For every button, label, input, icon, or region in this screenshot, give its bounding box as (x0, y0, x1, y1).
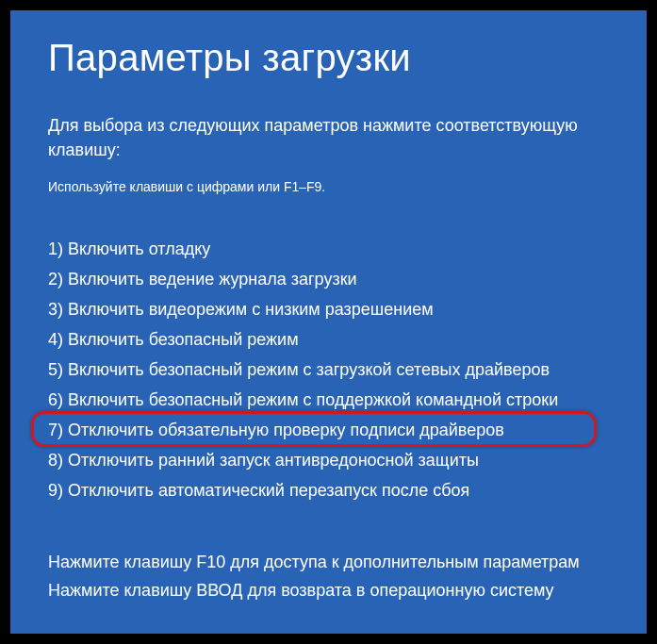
option-8[interactable]: 8) Отключить ранний запуск антивредоносн… (48, 445, 609, 475)
option-1[interactable]: 1) Включить отладку (48, 234, 609, 264)
options-list: 1) Включить отладку 2) Включить ведение … (48, 234, 609, 505)
option-2[interactable]: 2) Включить ведение журнала загрузки (48, 264, 609, 294)
option-5[interactable]: 5) Включить безопасный режим с загрузкой… (48, 355, 609, 385)
option-9[interactable]: 9) Отключить автоматический перезапуск п… (48, 475, 609, 505)
footer-instructions: Нажмите клавишу F10 для доступа к дополн… (48, 548, 609, 605)
option-7-label: 7) Отключить обязательную проверку подпи… (48, 421, 504, 439)
footer-enter: Нажмите клавишу ВВОД для возврата в опер… (48, 576, 609, 605)
page-title: Параметры загрузки (48, 37, 609, 79)
instruction-text: Для выбора из следующих параметров нажми… (48, 113, 609, 162)
option-4[interactable]: 4) Включить безопасный режим (48, 324, 609, 355)
footer-f10: Нажмите клавишу F10 для доступа к дополн… (48, 548, 609, 577)
option-6[interactable]: 6) Включить безопасный режим с поддержко… (48, 385, 609, 415)
option-7-highlighted[interactable]: 7) Отключить обязательную проверку подпи… (48, 415, 504, 445)
startup-settings-screen: Параметры загрузки Для выбора из следующ… (10, 10, 647, 634)
hint-text: Используйте клавиши с цифрами или F1–F9. (48, 179, 609, 194)
option-3[interactable]: 3) Включить видеорежим с низким разрешен… (48, 294, 609, 324)
